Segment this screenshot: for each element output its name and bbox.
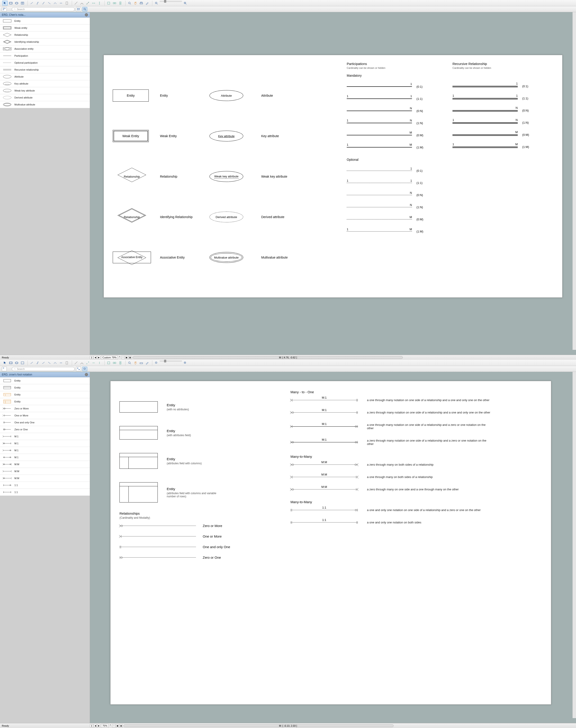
line-tool-5[interactable] [97,360,102,365]
close-icon[interactable] [85,373,88,376]
search-button[interactable] [82,367,87,371]
search-input[interactable]: Search [12,7,75,11]
palette-item[interactable]: Entity [0,18,90,25]
align-3[interactable] [118,360,123,365]
horizontal-scrollbar[interactable] [123,724,394,727]
connector-4[interactable] [47,360,52,365]
page-nav[interactable]: ‖◀▶ [90,724,100,727]
line-tool-1[interactable] [74,1,79,6]
connector-3[interactable] [41,360,46,365]
connector-4[interactable] [47,1,52,6]
hand-tool[interactable] [133,1,138,6]
rect-tool[interactable] [8,360,13,365]
pointer-tool[interactable] [2,360,8,365]
zoom-slider[interactable] [160,1,182,2]
palette-item[interactable]: M:M [0,468,90,475]
connector-5[interactable] [52,360,58,365]
zoom-readout[interactable]: Custom 79% [101,356,118,359]
palette-item[interactable]: Derived attribute [0,94,90,101]
pointer-tool[interactable] [2,1,8,6]
ellipse-tool[interactable] [14,1,19,6]
zoom-in2-icon[interactable] [182,1,188,6]
close-icon[interactable] [85,13,88,17]
palette-item[interactable]: M:1 [0,433,90,440]
palette-item[interactable]: M:1 [0,447,90,454]
table-tool[interactable] [20,360,25,365]
hand-tool[interactable] [133,360,138,365]
palette-item[interactable]: M:1 [0,440,90,447]
palette-item[interactable]: Associative entity [0,46,90,52]
connector-1[interactable] [29,1,34,6]
palette-item[interactable]: Multivalue attribute [0,101,90,108]
palette-item[interactable]: Entity [0,398,90,405]
palette-item[interactable]: Entity [0,391,90,398]
connector-6[interactable] [58,360,64,365]
palette-item[interactable]: Recursive relationship [0,66,90,73]
palette-item[interactable]: Key attribute [0,80,90,87]
palette-item[interactable]: Entity [0,377,90,384]
format-icon[interactable] [144,360,150,365]
palette-item[interactable]: Optional participation [0,59,90,66]
canvas[interactable]: Entity (with no attributes) Entity (with… [90,372,576,723]
palette-item[interactable]: Participation [0,52,90,59]
palette-item[interactable]: One and only One [0,419,90,426]
grid-view-icon[interactable] [76,367,81,371]
palette-item[interactable]: 1:1 [0,482,90,489]
grid-view-icon[interactable] [76,7,81,11]
palette-item[interactable]: One or More [0,412,90,419]
palette-item[interactable]: Relationship [0,31,90,38]
palette-item[interactable]: Entity [0,384,90,391]
canvas[interactable]: Entity Weak Entity Relationship Relation… [90,12,576,355]
rect-tool[interactable] [8,1,13,6]
line-tool-2[interactable] [79,360,85,365]
palette-section-header[interactable]: ERD, Chen's nota... [0,12,90,18]
zoom-slider[interactable] [160,360,182,362]
format-icon[interactable] [144,1,150,6]
print-icon[interactable] [139,1,144,6]
align-2[interactable] [112,1,117,6]
align-3[interactable] [118,1,123,6]
palette-section-header[interactable]: ERD, crow's foot notation [0,372,90,377]
line-tool-4[interactable] [91,1,96,6]
connector-1[interactable] [29,360,34,365]
palette-item[interactable]: M:M [0,461,90,468]
search-button[interactable] [82,7,87,11]
line-tool-5[interactable] [97,1,102,6]
tree-view-icon[interactable] [2,7,7,11]
line-tool-3[interactable] [85,1,90,6]
align-1[interactable] [106,1,111,6]
palette-item[interactable]: M:1 [0,454,90,461]
page-nav[interactable]: ‖◀▶ [90,356,100,359]
horizontal-scrollbar[interactable] [133,356,403,359]
connector-2[interactable] [35,1,40,6]
palette-item[interactable]: Identifying relationship [0,38,90,46]
palette-item[interactable]: Attribute [0,73,90,80]
zoom-in2-icon[interactable] [182,360,188,365]
line-tool-1[interactable] [74,360,79,365]
palette-item[interactable]: Weak entity [0,25,90,31]
zoom-out-icon[interactable] [154,1,159,6]
palette-item[interactable]: Weak key attribute [0,87,90,94]
palette-item[interactable]: Zero or More [0,405,90,412]
align-1[interactable] [106,360,111,365]
palette-item[interactable]: M:M [0,475,90,482]
connector-5[interactable] [52,1,58,6]
connector-2[interactable] [35,360,40,365]
palette-item[interactable]: Zero or One [0,426,90,433]
page-tool[interactable] [64,1,69,6]
line-tool-4[interactable] [91,360,96,365]
zoom-in-icon[interactable] [127,1,132,6]
ellipse-tool[interactable] [14,360,19,365]
table-tool[interactable] [20,1,25,6]
tree-view-icon[interactable] [2,367,7,371]
line-tool-2[interactable] [79,1,85,6]
search-input[interactable]: Search [12,367,75,371]
print-icon[interactable] [139,360,144,365]
palette-item[interactable]: 1:1 [0,489,90,496]
zoom-readout[interactable]: 75% [101,724,109,728]
line-tool-3[interactable] [85,360,90,365]
zoom-out-icon[interactable] [154,360,159,365]
align-2[interactable] [112,360,117,365]
page-tool[interactable] [64,360,69,365]
connector-6[interactable] [58,1,64,6]
